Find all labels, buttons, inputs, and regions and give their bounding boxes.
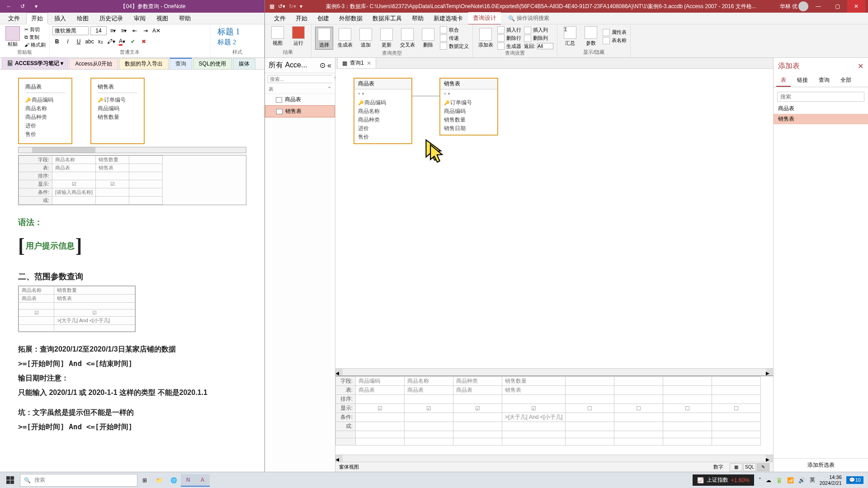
clear-fmt-icon[interactable]: A✕	[152, 26, 161, 35]
menu-home[interactable]: 开始	[26, 13, 48, 24]
design-field[interactable]: 订单编号	[444, 99, 494, 107]
section-tab-2[interactable]: 查询	[170, 58, 192, 69]
nav-pane-header[interactable]: 所有 Acce...⊙ «	[265, 58, 335, 73]
tell-me-search[interactable]: 🔍 操作说明搜索	[508, 14, 549, 22]
explorer-icon[interactable]: 📁	[152, 474, 166, 487]
design-view-button[interactable]: ✎	[757, 463, 769, 471]
format-painter-button[interactable]: 🖌 格式刷	[24, 42, 46, 48]
select-query-button[interactable]: 选择	[315, 27, 333, 50]
design-field[interactable]: 商品编码	[358, 99, 408, 107]
totals-button[interactable]: Σ汇总	[561, 26, 579, 47]
propsheet-button[interactable]: 属性表	[603, 29, 627, 36]
nav-search-input[interactable]	[268, 75, 334, 83]
menu-history[interactable]: 历史记录	[95, 13, 127, 24]
chevron-left-icon[interactable]: ⊙ «	[320, 61, 331, 70]
menu-file[interactable]: 文件	[4, 13, 24, 24]
onenote-page-content[interactable]: 商品表 商品编码 商品名称 商品种类 进价 售价 销售表 订单编号 商品编码 销…	[0, 70, 264, 472]
taskbar-search[interactable]: 🔍搜索	[20, 474, 137, 487]
qat-more-icon[interactable]: ▾	[31, 3, 42, 9]
design-field[interactable]: 商品编码	[444, 107, 494, 116]
maketable-button[interactable]: 生成表	[336, 28, 354, 48]
font-name-input[interactable]	[52, 26, 89, 35]
delete-button[interactable]: 删除	[419, 28, 437, 48]
menu-external[interactable]: 外部数据	[335, 13, 367, 24]
notebook-dropdown[interactable]: 📓 ACCESS学习笔记 ▾	[2, 57, 68, 69]
copy-button[interactable]: ⧉ 复制	[24, 34, 46, 41]
nav-category[interactable]: 表⌃	[265, 85, 335, 94]
nav-item-table-1[interactable]: 销售表	[265, 105, 335, 117]
close-button[interactable]: ✕	[847, 0, 865, 13]
back-icon[interactable]: ←	[4, 3, 14, 9]
deletecol-button[interactable]: 删除列	[524, 35, 553, 42]
battery-icon[interactable]: 🔋	[776, 477, 783, 483]
access-taskbar-icon[interactable]: A	[195, 474, 210, 487]
design-field[interactable]: *	[358, 91, 408, 99]
underline-icon[interactable]: U	[74, 37, 83, 46]
design-field[interactable]: 商品种类	[358, 116, 408, 124]
redo-icon[interactable]: ↻▾	[289, 3, 296, 9]
add-tab-links[interactable]: 链接	[793, 75, 812, 87]
menu-draw[interactable]: 绘图	[72, 13, 93, 24]
design-table-left[interactable]: 商品表 * 商品编码 商品名称 商品种类 进价 售价	[354, 78, 412, 144]
user-avatar-icon[interactable]	[798, 1, 808, 11]
menu-create[interactable]: 创建	[313, 13, 334, 24]
menu-querydesign[interactable]: 查询设计	[468, 12, 501, 25]
wifi-icon[interactable]: 📶	[787, 477, 794, 483]
datasheet-view-button[interactable]: ▦	[730, 463, 742, 471]
subscript-icon[interactable]: x₂	[96, 37, 105, 46]
add-selected-button[interactable]: 添加所选表	[774, 458, 868, 472]
add-tab-all[interactable]: 全部	[836, 75, 856, 87]
section-tab-1[interactable]: 数据的导入导出	[119, 58, 169, 69]
strike-icon[interactable]: abc	[85, 37, 94, 46]
add-tab-tables[interactable]: 表	[776, 75, 791, 87]
numbering-icon[interactable]: ≡▾	[119, 26, 128, 35]
paste-button[interactable]: 粘贴	[3, 26, 23, 48]
query-design-surface[interactable]: 商品表 * 商品编码 商品名称 商品种类 进价 售价 销售表 * 订单编号	[335, 69, 773, 376]
section-tab-3[interactable]: SQL的使用	[193, 58, 232, 69]
notifications-icon[interactable]: 💬10	[846, 476, 863, 484]
design-field[interactable]: 销售数量	[444, 116, 494, 124]
menu-review[interactable]: 审阅	[129, 13, 150, 24]
add-tab-queries[interactable]: 查询	[814, 75, 834, 87]
insertcol-button[interactable]: 插入列	[524, 27, 553, 34]
builder-button[interactable]: 生成器	[497, 42, 521, 50]
nav-search[interactable]: 🔍	[268, 75, 332, 83]
passthrough-button[interactable]: 传递	[440, 34, 469, 42]
cut-button[interactable]: ✂ 剪切	[24, 26, 46, 33]
menu-help[interactable]: 帮助	[407, 13, 428, 24]
indent-icon[interactable]: ⇥	[141, 26, 150, 35]
design-field[interactable]: 销售日期	[444, 124, 494, 133]
design-hscrollbar[interactable]: ◂▸	[335, 368, 773, 375]
undo-icon[interactable]: ↺▾	[278, 3, 285, 9]
menu-dbtools[interactable]: 数据库工具	[368, 13, 406, 24]
union-button[interactable]: 联合	[440, 26, 469, 33]
menu-newtab[interactable]: 新建选项卡	[429, 13, 467, 24]
italic-icon[interactable]: I	[63, 37, 72, 46]
start-button[interactable]	[0, 472, 20, 488]
design-field[interactable]: *	[444, 91, 494, 99]
add-list-item[interactable]: 商品表	[774, 103, 868, 114]
bullets-icon[interactable]: ≡▾	[108, 26, 118, 35]
deleterow-button[interactable]: 删除行	[497, 34, 521, 42]
addtable-button[interactable]: 添加表	[476, 28, 495, 48]
close-pane-icon[interactable]: ✕	[858, 62, 863, 70]
bold-icon[interactable]: B	[52, 37, 61, 46]
design-field[interactable]: 售价	[358, 133, 408, 141]
tablenames-button[interactable]: 表名称	[603, 37, 627, 44]
sql-view-button[interactable]: SQL	[743, 463, 756, 471]
section-tab-4[interactable]: 媒体	[233, 58, 255, 69]
run-button[interactable]: 运行	[289, 26, 307, 47]
onenote-taskbar-icon[interactable]: N	[181, 474, 195, 487]
clock[interactable]: 14:36 2024/2/21	[820, 474, 842, 485]
menu-file[interactable]: 文件	[269, 13, 290, 24]
design-field[interactable]: 商品名称	[358, 107, 408, 116]
maximize-button[interactable]: ▢	[828, 0, 846, 13]
query-grid[interactable]: 字段: 商品编码商品名称商品种类销售数量 表: 商品表商品表商品表销售表 排序:…	[335, 376, 761, 446]
crosstab-button[interactable]: 交叉表	[398, 28, 416, 48]
task-view-icon[interactable]: ⊞	[137, 474, 152, 487]
design-field[interactable]: 进价	[358, 124, 408, 133]
nav-item-table-0[interactable]: 商品表	[265, 94, 335, 105]
return-field[interactable]: 返回:	[524, 43, 553, 50]
add-list-item[interactable]: 销售表	[774, 114, 868, 124]
section-tab-0[interactable]: Access从0开始	[69, 58, 118, 69]
